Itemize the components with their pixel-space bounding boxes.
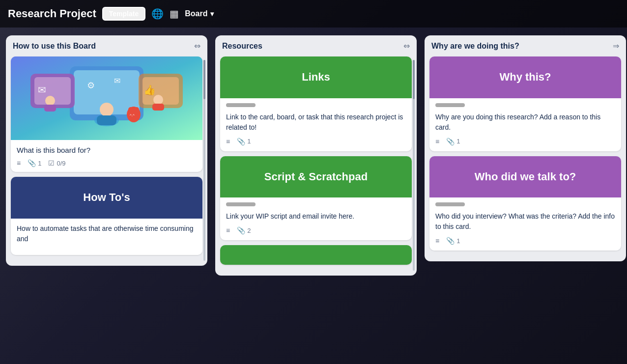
attach-count-links: 1 [247, 138, 251, 145]
collapse-icon-3[interactable]: ⇒ [613, 41, 619, 51]
paperclip-icon-3: 📎 [237, 226, 245, 234]
card-links-header: Links [220, 56, 412, 98]
attach-links: 📎 1 [237, 138, 251, 145]
attach-count-why: 1 [456, 138, 460, 145]
card-who-talked-desc: Who did you interview? What was the crit… [435, 211, 615, 232]
card-links-body: Link to the card, board, or task that th… [220, 98, 412, 151]
collapse-icon-2[interactable]: ⇔ [403, 41, 410, 51]
column-why: Why are we doing this? ⇒ Why this? Why a… [425, 35, 626, 261]
attach-count-script: 2 [247, 227, 251, 234]
card-howtos-body: How to automate tasks that are otherwise… [11, 219, 202, 255]
description-icon-item: ≡ [17, 159, 21, 167]
card-what-is-board[interactable]: ✉ 👍 ⚙ ✉ ^.^ [11, 56, 202, 172]
board-menu-button[interactable]: Board ▾ [185, 9, 214, 18]
card-script-desc: Link your WIP script and email invite he… [226, 211, 406, 222]
collapse-icon-1[interactable]: ⇔ [194, 41, 200, 51]
column-header-1: How to use this Board ⇔ [11, 41, 202, 51]
card-who-talked-title: Who did we talk to? [437, 170, 613, 184]
scrollbar-thumb-2 [413, 60, 415, 99]
desc-icon-links: ≡ [226, 138, 230, 145]
attach-who: 📎 1 [446, 237, 460, 245]
svg-rect-17 [152, 104, 164, 111]
card-links-title: Links [228, 70, 404, 84]
column-header-2: Resources ⇔ [220, 41, 412, 51]
app-header: Research Project Template 🌐 ▦ Board ▾ [0, 0, 627, 28]
card-who-talked[interactable]: Who did we talk to? Who did you intervie… [429, 156, 621, 251]
card-label-bar-why [435, 103, 465, 107]
column-title-3: Why are we doing this? [431, 42, 519, 51]
card-why-this-body: Why are you doing this research? Add a r… [429, 98, 621, 151]
card-label-bar-links [226, 103, 256, 107]
card-script-meta: ≡ 📎 2 [226, 226, 406, 234]
card-why-this[interactable]: Why this? Why are you doing this researc… [429, 56, 621, 151]
paperclip-icon-2: 📎 [237, 138, 245, 145]
card-howtos-header: How To's [11, 177, 202, 219]
column-resources: Resources ⇔ Links Link to the card, boar… [215, 35, 417, 276]
card-howtos[interactable]: How To's How to automate tasks that are … [11, 177, 202, 255]
desc-icon-who: ≡ [435, 237, 439, 245]
template-button[interactable]: Template [102, 7, 145, 21]
card-links[interactable]: Links Link to the card, board, or task t… [220, 56, 412, 151]
card-howtos-desc: How to automate tasks that are otherwise… [17, 224, 197, 244]
svg-point-8 [100, 103, 114, 116]
svg-text:✉: ✉ [38, 84, 46, 95]
card-body-1: What is this board for? ≡ 📎 1 ☑ 0/9 [11, 140, 202, 172]
column-title-2: Resources [222, 42, 262, 51]
svg-text:^.^: ^.^ [130, 113, 135, 117]
attachment-item: 📎 1 [28, 159, 41, 167]
card-script-header: Script & Scratchpad [220, 156, 412, 198]
lines-icon-3: ≡ [226, 226, 230, 234]
paperclip-icon-5: 📎 [446, 237, 455, 245]
card-why-this-desc: Why are you doing this research? Add a r… [435, 112, 615, 133]
card-title-1: What is this board for? [17, 145, 197, 155]
card-links-desc: Link to the card, board, or task that th… [226, 112, 406, 133]
column-header-3: Why are we doing this? ⇒ [429, 41, 621, 51]
chevron-down-icon: ▾ [210, 10, 214, 18]
lines-icon: ≡ [17, 159, 21, 167]
globe-icon[interactable]: 🌐 [151, 8, 164, 20]
scrollbar-1 [203, 60, 205, 261]
card-why-this-title: Why this? [437, 70, 613, 84]
card-script-body: Link your WIP script and email invite he… [220, 197, 412, 240]
paperclip-icon: 📎 [28, 159, 36, 167]
svg-text:⚙: ⚙ [87, 81, 95, 90]
attach-script: 📎 2 [237, 226, 251, 234]
scrollbar-thumb-1 [203, 60, 205, 99]
lines-icon-5: ≡ [435, 237, 439, 245]
checklist-count: 0/9 [57, 160, 65, 167]
card-who-talked-body: Who did you interview? What was the crit… [429, 197, 621, 251]
card-cover: ✉ 👍 ⚙ ✉ ^.^ [11, 56, 202, 140]
card-resources-extra[interactable] [220, 245, 412, 265]
scrollbar-2 [413, 60, 415, 271]
svg-point-20 [134, 107, 139, 112]
card-why-this-header: Why this? [429, 56, 621, 98]
card-who-meta: ≡ 📎 1 [435, 237, 615, 245]
lines-icon-2: ≡ [226, 138, 230, 145]
board-label: Board [185, 9, 207, 18]
chart-icon[interactable]: ▦ [170, 8, 179, 20]
card-howtos-title: How To's [19, 191, 195, 205]
svg-text:✉: ✉ [114, 77, 120, 85]
card-label-bar-script [226, 202, 256, 206]
svg-point-16 [153, 95, 163, 105]
card-links-meta: ≡ 📎 1 [226, 138, 406, 145]
card-meta-1: ≡ 📎 1 ☑ 0/9 [17, 159, 197, 167]
card-label-bar-who [435, 202, 465, 206]
svg-rect-15 [44, 105, 56, 112]
lines-icon-4: ≡ [435, 138, 439, 145]
checklist-icon: ☑ [48, 159, 55, 167]
paperclip-icon-4: 📎 [446, 138, 455, 145]
card-why-meta: ≡ 📎 1 [435, 138, 615, 145]
attach-count-who: 1 [456, 237, 460, 245]
column-how-to-use: How to use this Board ⇔ [6, 35, 207, 266]
svg-text:👍: 👍 [143, 84, 156, 96]
card-script[interactable]: Script & Scratchpad Link your WIP script… [220, 156, 412, 241]
svg-point-14 [45, 96, 55, 106]
svg-point-19 [128, 107, 133, 112]
board-area: How to use this Board ⇔ [0, 28, 627, 364]
column-title-1: How to use this Board [13, 42, 96, 51]
checklist-item: ☑ 0/9 [48, 159, 65, 167]
card-script-title: Script & Scratchpad [228, 170, 404, 184]
svg-rect-9 [97, 115, 116, 125]
card-who-talked-header: Who did we talk to? [429, 156, 621, 198]
